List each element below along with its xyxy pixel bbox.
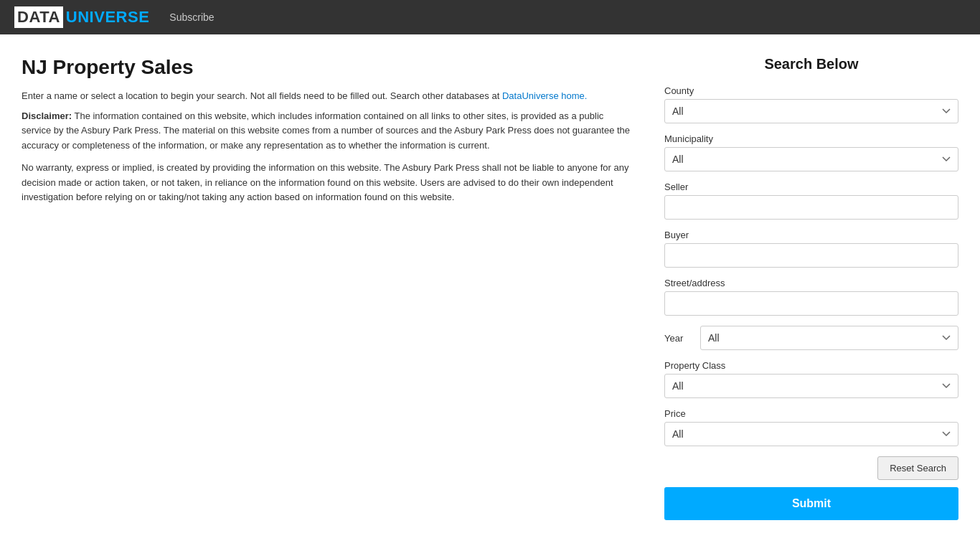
- price-select[interactable]: All: [664, 422, 958, 446]
- county-group: County All: [664, 85, 958, 123]
- header-nav: Subscribe: [169, 11, 214, 23]
- left-panel: NJ Property Sales Enter a name or select…: [22, 56, 636, 520]
- price-group: Price All: [664, 408, 958, 446]
- municipality-group: Municipality All: [664, 133, 958, 171]
- intro-text: Enter a name or select a location to beg…: [22, 89, 636, 103]
- street-label: Street/address: [664, 278, 958, 288]
- datauniverse-home-link[interactable]: DataUniverse home.: [502, 90, 588, 101]
- reset-search-button[interactable]: Reset Search: [877, 456, 958, 480]
- municipality-select[interactable]: All: [664, 147, 958, 171]
- buyer-label: Buyer: [664, 230, 958, 240]
- disclaimer-text: Disclaimer: The information contained on…: [22, 109, 636, 154]
- year-group: Year All: [664, 326, 958, 350]
- logo-universe-text: UNIVERSE: [63, 6, 152, 28]
- site-logo: DATA UNIVERSE: [14, 6, 152, 28]
- price-label: Price: [664, 408, 958, 419]
- buyer-group: Buyer: [664, 230, 958, 268]
- search-heading: Search Below: [664, 56, 958, 72]
- year-label: Year: [664, 333, 693, 344]
- disclaimer-body: The information contained on this websit…: [22, 110, 630, 151]
- warranty-text: No warranty, express or implied, is crea…: [22, 161, 636, 205]
- logo-data-text: DATA: [14, 6, 63, 28]
- site-header: DATA UNIVERSE Subscribe: [0, 0, 980, 34]
- page-title: NJ Property Sales: [22, 56, 636, 79]
- property-class-label: Property Class: [664, 360, 958, 371]
- right-panel: Search Below County All Municipality All…: [664, 56, 958, 520]
- buyer-input[interactable]: [664, 243, 958, 268]
- property-class-group: Property Class All: [664, 360, 958, 398]
- reset-row: Reset Search: [664, 456, 958, 480]
- seller-label: Seller: [664, 182, 958, 192]
- property-class-select[interactable]: All: [664, 374, 958, 398]
- county-select[interactable]: All: [664, 99, 958, 123]
- year-row: Year All: [664, 326, 958, 350]
- street-group: Street/address: [664, 278, 958, 316]
- municipality-label: Municipality: [664, 133, 958, 144]
- subscribe-link[interactable]: Subscribe: [169, 11, 214, 23]
- county-label: County: [664, 85, 958, 96]
- street-input[interactable]: [664, 291, 958, 316]
- seller-input[interactable]: [664, 195, 958, 220]
- intro-text-content: Enter a name or select a location to beg…: [22, 90, 499, 101]
- submit-button[interactable]: Submit: [664, 487, 958, 520]
- year-select[interactable]: All: [700, 326, 958, 350]
- seller-group: Seller: [664, 182, 958, 220]
- main-container: NJ Property Sales Enter a name or select…: [0, 34, 980, 542]
- disclaimer-bold: Disclaimer:: [22, 110, 72, 121]
